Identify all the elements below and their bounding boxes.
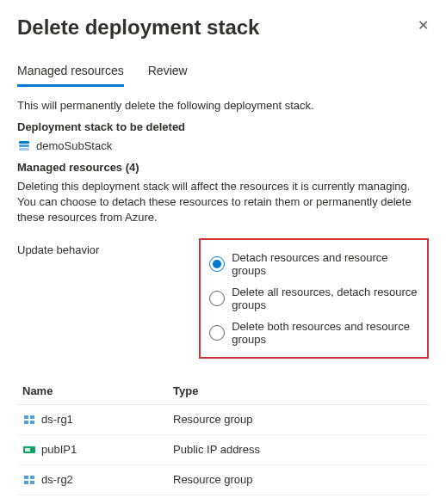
managed-resources-desc: Deleting this deployment stack will affe… [17, 179, 429, 226]
svg-rect-3 [24, 415, 28, 419]
svg-rect-2 [19, 148, 29, 151]
table-row[interactable]: ds-rg2Resource group [17, 464, 429, 495]
svg-rect-8 [25, 448, 30, 452]
resource-type: Public IP address [168, 495, 429, 504]
managed-resources-title: Managed resources (4) [17, 161, 429, 174]
update-behavior-label: Update behavior [17, 238, 182, 256]
table-row[interactable]: pubIP1Public IP address [17, 434, 429, 464]
radio-option-2[interactable]: Delete both resources and resource group… [209, 316, 418, 350]
close-icon[interactable]: ✕ [418, 19, 429, 33]
column-header-name[interactable]: Name [17, 378, 168, 405]
stack-section-title: Deployment stack to be deleted [17, 120, 429, 133]
resource-name: ds-rg2 [41, 473, 73, 486]
svg-rect-12 [30, 481, 34, 484]
intro-text: This will permanently delete the followi… [17, 99, 429, 112]
svg-rect-5 [24, 421, 28, 424]
svg-rect-0 [19, 141, 29, 144]
update-behavior-group: Detach resources and resource groupsDele… [199, 238, 429, 359]
tab-review[interactable]: Review [148, 58, 188, 87]
svg-rect-11 [24, 481, 28, 484]
resource-name: pubIP1 [41, 443, 77, 456]
table-row[interactable]: pubIP2Public IP address [17, 495, 429, 504]
stack-item: demoSubStack [17, 138, 429, 152]
radio-option-0[interactable]: Detach resources and resource groups [209, 247, 418, 281]
resource-name: ds-rg1 [41, 413, 73, 426]
svg-rect-1 [19, 144, 29, 147]
radio-option-1[interactable]: Delete all resources, detach resource gr… [209, 281, 418, 316]
radio-label: Detach resources and resource groups [232, 251, 418, 277]
public-ip-icon [22, 443, 36, 457]
tab-bar: Managed resources Review [17, 58, 429, 87]
svg-rect-9 [24, 476, 28, 479]
resource-group-icon [22, 473, 36, 487]
stack-name: demoSubStack [36, 139, 112, 152]
radio-label: Delete both resources and resource group… [232, 320, 418, 346]
svg-rect-4 [30, 415, 34, 419]
resources-table: Name Type ds-rg1Resource grouppubIP1Publ… [17, 378, 429, 504]
radio-icon [209, 256, 225, 272]
column-header-type[interactable]: Type [168, 378, 429, 405]
radio-icon [209, 291, 225, 306]
resource-type: Resource group [168, 404, 429, 434]
svg-rect-6 [30, 421, 34, 424]
resource-type: Resource group [168, 464, 429, 495]
resource-type: Public IP address [168, 434, 429, 464]
resource-group-icon [22, 413, 36, 427]
table-row[interactable]: ds-rg1Resource group [17, 404, 429, 434]
svg-rect-10 [30, 476, 34, 479]
deployment-stack-icon [17, 138, 31, 152]
page-title: Delete deployment stack [17, 15, 429, 40]
tab-managed-resources[interactable]: Managed resources [17, 58, 124, 87]
radio-label: Delete all resources, detach resource gr… [232, 286, 418, 311]
radio-icon [209, 325, 225, 341]
